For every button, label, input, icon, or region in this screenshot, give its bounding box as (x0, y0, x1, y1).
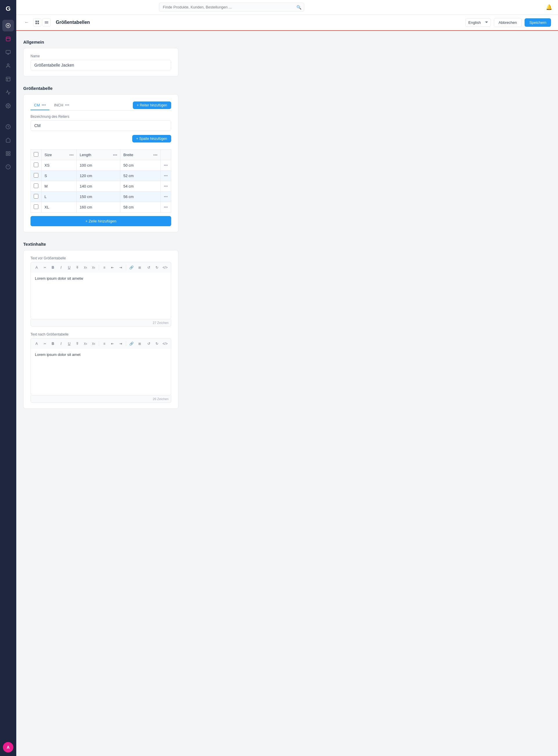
sidebar-item-clock[interactable] (2, 121, 14, 132)
tool2-strikethrough[interactable]: T (74, 340, 81, 347)
sidebar-item-shop[interactable] (2, 134, 14, 146)
sidebar-item-reports[interactable] (2, 73, 14, 85)
sidebar: G (0, 0, 16, 756)
tool-indent-right[interactable]: ⇥ (117, 264, 124, 271)
tab-cm[interactable]: CM ••• (30, 100, 49, 110)
row-checkbox-1[interactable] (34, 173, 39, 178)
search-icon: 🔍 (297, 5, 301, 9)
tool2-redo[interactable]: ↻ (153, 340, 160, 347)
row-check-cell (31, 202, 42, 213)
tool2-bold[interactable]: B (49, 340, 56, 347)
tool2-italic[interactable]: I (57, 340, 65, 347)
editor-after-body[interactable]: Lorem ipsum dolor sit amet (30, 349, 171, 395)
tool2-cut[interactable]: ✂ (41, 340, 48, 347)
row-size-3: L (42, 192, 77, 202)
view-btn-list[interactable] (43, 18, 51, 26)
row-actions-1[interactable]: ••• (161, 171, 171, 181)
tool-italic[interactable]: I (57, 264, 65, 271)
tool-underline[interactable]: U (66, 264, 73, 271)
tool2-underline[interactable]: U (66, 340, 73, 347)
reiter-input[interactable] (30, 120, 171, 131)
tool-code[interactable]: </> (161, 264, 169, 271)
name-input[interactable] (30, 60, 171, 70)
back-button[interactable]: ← (23, 19, 30, 26)
save-button[interactable]: Speichern (525, 18, 551, 27)
tool2-font-size[interactable]: A (33, 340, 40, 347)
tool-table[interactable]: ⊞ (136, 264, 143, 271)
tool2-link[interactable]: 🔗 (128, 340, 135, 347)
tool2-code[interactable]: </> (161, 340, 169, 347)
topbar-right: 🔔 (546, 4, 552, 10)
tool2-indent-right[interactable]: ⇥ (117, 340, 124, 347)
notification-icon[interactable]: 🔔 (546, 4, 552, 10)
allgemein-card: Name (23, 48, 178, 76)
table-header-row: Size ••• Length ••• Brei (31, 150, 171, 160)
svg-rect-10 (6, 154, 7, 155)
svg-rect-2 (6, 37, 10, 41)
row-length-0: 100 cm (77, 160, 120, 171)
user-avatar[interactable]: A (3, 742, 14, 753)
sidebar-item-settings[interactable] (2, 100, 14, 112)
cancel-button[interactable]: Abbrechen (494, 18, 522, 27)
row-checkbox-0[interactable] (34, 163, 39, 167)
tool-font-size[interactable]: A (33, 264, 40, 271)
tab-inch-dots[interactable]: ••• (65, 103, 70, 107)
table-row: S 120 cm 52 cm ••• (31, 171, 171, 181)
tool2-align[interactable]: ≡ (101, 340, 108, 347)
row-size-4: XL (42, 202, 77, 213)
tool-strikethrough[interactable]: T (74, 264, 81, 271)
groessentabelle-title: Größentabelle (23, 86, 178, 91)
search-input[interactable] (159, 3, 304, 11)
tool-indent-left[interactable]: ⇤ (109, 264, 116, 271)
tool-link[interactable]: 🔗 (128, 264, 135, 271)
tool-superscript[interactable]: Xs (82, 264, 89, 271)
sidebar-item-products[interactable] (2, 47, 14, 58)
header-size-dots[interactable]: ••• (70, 153, 74, 157)
view-toggle (33, 18, 51, 26)
header-actions (161, 150, 171, 160)
subheader: ← Größentabellen English Deutsch Abbrech… (16, 15, 558, 31)
header-breite: Breite ••• (120, 150, 161, 160)
editor-before-body[interactable]: Lorem ipsum dolor sit ametw (30, 273, 171, 319)
tool-cut[interactable]: ✂ (41, 264, 48, 271)
row-checkbox-2[interactable] (34, 184, 39, 188)
row-actions-3[interactable]: ••• (161, 192, 171, 202)
row-checkbox-3[interactable] (34, 194, 39, 199)
row-breite-1: 52 cm (120, 171, 161, 181)
tool-subscript[interactable]: Xs (90, 264, 97, 271)
tool2-table[interactable]: ⊞ (136, 340, 143, 347)
add-row-button[interactable]: + Zeile hinzufügen (30, 216, 171, 226)
svg-point-0 (6, 24, 10, 28)
row-actions-2[interactable]: ••• (161, 181, 171, 192)
header-breite-dots[interactable]: ••• (153, 153, 157, 157)
tab-inch[interactable]: INCH ••• (51, 100, 73, 110)
row-length-3: 150 cm (77, 192, 120, 202)
svg-point-1 (7, 25, 9, 26)
tool2-superscript[interactable]: Xs (82, 340, 89, 347)
sidebar-item-marketing[interactable] (2, 87, 14, 98)
tool2-indent-left[interactable]: ⇤ (109, 340, 116, 347)
svg-point-6 (7, 105, 9, 107)
app-logo[interactable]: G (3, 3, 14, 14)
tab-cm-dots[interactable]: ••• (42, 103, 46, 107)
sidebar-item-customers[interactable] (2, 60, 14, 72)
row-actions-4[interactable]: ••• (161, 202, 171, 213)
tool2-undo[interactable]: ↺ (145, 340, 152, 347)
header-length-dots[interactable]: ••• (113, 153, 118, 157)
tool-redo[interactable]: ↻ (153, 264, 160, 271)
tool-align[interactable]: ≡ (101, 264, 108, 271)
tool-bold[interactable]: B (49, 264, 56, 271)
sidebar-item-grid[interactable] (2, 148, 14, 159)
header-checkbox[interactable] (34, 152, 39, 157)
sidebar-item-info[interactable] (2, 161, 14, 173)
row-actions-0[interactable]: ••• (161, 160, 171, 171)
add-tab-button[interactable]: + Reiter hinzufügen (133, 101, 171, 109)
add-column-button[interactable]: + Spalte hinzufügen (132, 135, 171, 143)
language-select[interactable]: English Deutsch (465, 18, 491, 27)
sidebar-item-dashboard[interactable] (2, 20, 14, 31)
sidebar-item-orders[interactable] (2, 33, 14, 45)
row-checkbox-4[interactable] (34, 204, 39, 209)
tool-undo[interactable]: ↺ (145, 264, 152, 271)
tool2-subscript[interactable]: Xs (90, 340, 97, 347)
view-btn-grid[interactable] (33, 18, 41, 26)
